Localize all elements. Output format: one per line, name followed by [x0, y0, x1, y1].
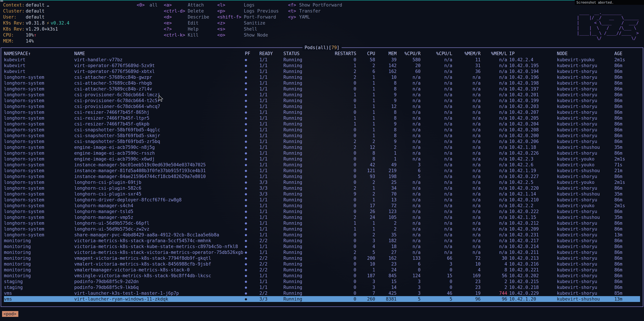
- breadcrumb-pod[interactable]: <pod>: [2, 311, 18, 317]
- pod-row[interactable]: longhorn-systemcsi-snapshotter-58bf69fbd…: [4, 127, 640, 133]
- pod-row[interactable]: monitoringvmagent-victoria-metrics-k8s-s…: [4, 255, 640, 261]
- pod-row[interactable]: longhorn-systemlonghorn-driver-deployer-…: [4, 197, 640, 203]
- menu-item-logs: <l>Logs: [217, 2, 279, 8]
- cpu-cell: 187: [356, 273, 375, 279]
- pf-indicator-cell: ●: [245, 284, 260, 290]
- node-cell: kubevirt-youko: [557, 156, 614, 162]
- menu-key: <p>: [217, 8, 244, 14]
- mem-cell: 8: [375, 115, 396, 121]
- ready-cell: 1/1: [260, 139, 284, 144]
- restarts-cell: 2: [326, 185, 356, 191]
- menu-item-kill: <ctrl-k>Kill: [164, 32, 209, 38]
- cpu-pct-request-cell: n/a: [396, 203, 420, 209]
- mem-cell: 10: [375, 74, 396, 80]
- node-cell: kubevirt-shoryu: [557, 74, 614, 80]
- pod-row[interactable]: vmsvirt-launcher-k3s-test-1-master-1-j6p…: [4, 290, 640, 296]
- age-cell: 2m1s: [614, 156, 640, 162]
- pod-row[interactable]: longhorn-systemlonghorn-manager-vmp5z●1/…: [4, 214, 640, 220]
- column-header-ready: READY: [260, 50, 284, 57]
- mem-cell: 123: [375, 209, 396, 214]
- pod-row[interactable]: longhorn-systemcsi-provisioner-6c78dcb66…: [4, 98, 640, 104]
- pod-row[interactable]: kubevirtvirt-operator-6776f5689d-5zx9t●1…: [4, 63, 640, 69]
- restarts-cell: 0: [326, 267, 356, 273]
- info-label: K9s Rev:: [3, 20, 26, 26]
- cpu-cell: 42: [356, 162, 375, 168]
- menu-label: all: [150, 3, 158, 8]
- pod-row[interactable]: kubevirtvirt-operator-6776f5689d-xbtxl●1…: [4, 69, 640, 74]
- restarts-cell: 0: [326, 162, 356, 168]
- mouse-cursor: [158, 95, 165, 102]
- pod-row[interactable]: longhorn-systemlonghorn-manager-tsld5●1/…: [4, 209, 640, 214]
- name-cell: longhorn-csi-plugin-69tjb: [74, 179, 245, 185]
- cpu-cell: 1: [356, 109, 375, 115]
- pod-row[interactable]: stagingpodinfo-79db68f5c9-lkb6q●1/1Runni…: [4, 284, 640, 290]
- ip-cell: 10.42.1.18: [507, 144, 557, 150]
- mem-pct-limit-cell: n/a: [480, 92, 507, 98]
- pod-row[interactable]: longhorn-systemlonghorn-ui-56d9b575dc-zw…: [4, 226, 640, 232]
- ip-cell: 10.42.0.222: [507, 209, 557, 214]
- pod-row[interactable]: vmsvirt-launcher-ryan-windows-11-zkdqk●3…: [4, 296, 640, 302]
- pod-row[interactable]: longhorn-systemcsi-provisioner-6c78dcb66…: [4, 92, 640, 98]
- pod-row[interactable]: stagingpodinfo-79db68f5c9-2d2dn●1/1Runni…: [4, 279, 640, 284]
- age-cell: 86m: [614, 150, 640, 156]
- cpu-pct-limit-cell: n/a: [420, 69, 452, 74]
- cpu-pct-request-cell: n/a: [396, 232, 420, 238]
- cpu-cell: 1: [356, 115, 375, 121]
- pod-row[interactable]: monitoringvictoria-metrics-k8s-stack-vic…: [4, 249, 640, 255]
- namespace-cell: longhorn-system: [4, 209, 74, 214]
- pod-row[interactable]: longhorn-systemcsi-snapshotter-58bf69fbd…: [4, 139, 640, 144]
- pod-row[interactable]: longhorn-systemengine-image-ei-acb7590c-…: [4, 156, 640, 162]
- pod-row[interactable]: longhorn-systemlonghorn-csi-plugin-582c6…: [4, 185, 640, 191]
- name-cell: vmagent-victoria-metrics-k8s-stack-7794f…: [74, 255, 245, 261]
- pod-row[interactable]: longhorn-systemengine-image-ei-acb7590c-…: [4, 144, 640, 150]
- pod-row[interactable]: longhorn-systemlonghorn-csi-plugin-sxr45…: [4, 191, 640, 197]
- pod-row[interactable]: longhorn-systemcsi-resizer-7466f7b45f-q6…: [4, 121, 640, 127]
- pod-row[interactable]: monitoringvictoria-metrics-k8s-stack-kub…: [4, 244, 640, 249]
- name-cell: csi-attacher-57689cc84b-z7l4v: [74, 86, 245, 92]
- restarts-cell: 0: [326, 238, 356, 244]
- pod-row[interactable]: monitoringvictoria-metrics-k8s-stack-gra…: [4, 238, 640, 244]
- pod-row[interactable]: longhorn-systemcsi-provisioner-6c78dcb66…: [4, 104, 640, 109]
- pod-row[interactable]: longhorn-systemcsi-attacher-57689cc84b-z…: [4, 86, 640, 92]
- pod-row[interactable]: longhorn-systemcsi-resizer-7466f7b45f-86…: [4, 109, 640, 115]
- cpu-pct-limit-cell: n/a: [420, 249, 452, 255]
- cpu-pct-request-cell: n/a: [396, 185, 420, 191]
- pod-row[interactable]: longhorn-systemcsi-attacher-57689cc84b-r…: [4, 80, 640, 86]
- restarts-cell: 0: [326, 279, 356, 284]
- pf-indicator-cell: ●: [245, 86, 260, 92]
- cluster-info-row: User:default: [3, 14, 70, 20]
- pod-row[interactable]: longhorn-systemcsi-snapshotter-58bf69fbd…: [4, 133, 640, 139]
- pod-row[interactable]: longhorn-systemlonghorn-csi-plugin-69tjb…: [4, 179, 640, 185]
- pod-row[interactable]: monitoringvmsingle-victoria-metrics-k8s-…: [4, 273, 640, 279]
- pod-row[interactable]: longhorn-systemengine-image-ei-acb7590c-…: [4, 150, 640, 156]
- pod-row[interactable]: longhorn-systemcsi-attacher-57689cc84b-g…: [4, 74, 640, 80]
- pod-row[interactable]: longhorn-systeminstance-manager-81fd5a40…: [4, 168, 640, 174]
- pod-row[interactable]: longhorn-systemlonghorn-manager-s4ch4●1/…: [4, 203, 640, 209]
- cluster-info-row: MEM:14%: [3, 38, 70, 44]
- node-cell: kubevirt-shoryu: [557, 98, 614, 104]
- mem-pct-limit-cell: n/a: [480, 209, 507, 214]
- status-cell: Running: [284, 162, 326, 168]
- menu-key: <e>: [164, 20, 188, 26]
- pod-row[interactable]: kubevirtvirt-handler-v77bz●1/1Running058…: [4, 57, 640, 63]
- ip-cell: 10.42.0.218: [507, 284, 557, 290]
- ready-cell: 1/1: [260, 273, 284, 279]
- breadcrumb: <pod>: [2, 311, 18, 317]
- pod-row[interactable]: longhorn-systemlonghorn-ui-56d9b575dc-66…: [4, 220, 640, 226]
- ip-cell: 10.42.0.227: [507, 174, 557, 179]
- pod-row[interactable]: longhorn-systeminstance-manager-84ae2159…: [4, 174, 640, 179]
- ready-cell: 1/1: [260, 121, 284, 127]
- namespace-cell: longhorn-system: [4, 144, 74, 150]
- menu-label: YAML: [299, 15, 310, 20]
- pod-row[interactable]: longhorn-systemcsi-resizer-7466f7b45f-lt…: [4, 115, 640, 121]
- cpu-pct-request-cell: n/a: [396, 220, 420, 226]
- mem-pct-limit-cell: n/a: [480, 244, 507, 249]
- pod-row[interactable]: longhorn-systemshare-manager-pvc-4bbd842…: [4, 232, 640, 238]
- pod-row[interactable]: longhorn-systeminstance-manager-5bc01eeb…: [4, 162, 640, 168]
- mem-pct-limit-cell: n/a: [480, 191, 507, 197]
- ready-cell: 1/1: [260, 232, 284, 238]
- cpu-pct-limit-cell: n/a: [420, 109, 452, 115]
- pod-row[interactable]: monitoringvmalertmanager-victoria-metric…: [4, 267, 640, 273]
- restarts-cell: 2: [326, 74, 356, 80]
- pod-row[interactable]: monitoringvmalert-victoria-metrics-k8s-s…: [4, 261, 640, 267]
